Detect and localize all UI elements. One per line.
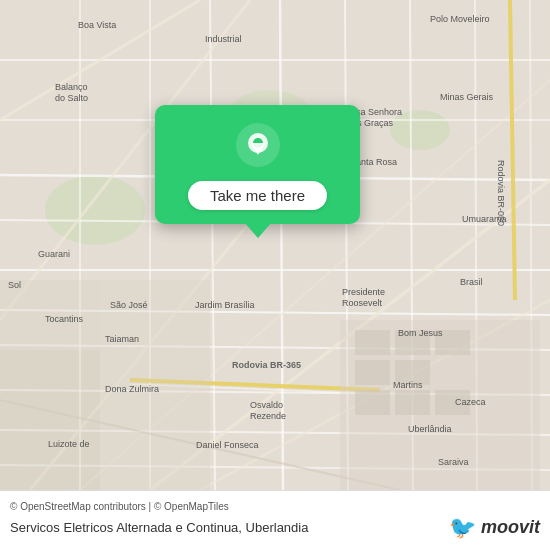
svg-text:Daniel Fonseca: Daniel Fonseca — [196, 440, 259, 450]
svg-text:Taiaman: Taiaman — [105, 334, 139, 344]
svg-text:Umuarama: Umuarama — [462, 214, 507, 224]
popup-card: Take me there — [155, 105, 360, 224]
svg-rect-42 — [0, 280, 100, 490]
svg-text:Uberlândia: Uberlândia — [408, 424, 452, 434]
svg-text:Industrial: Industrial — [205, 34, 242, 44]
svg-text:São José: São José — [110, 300, 148, 310]
svg-text:Rezende: Rezende — [250, 411, 286, 421]
svg-rect-34 — [355, 330, 390, 355]
svg-text:Jardim Brasília: Jardim Brasília — [195, 300, 255, 310]
map-svg: Boa Vista Industrial Polo Moveleiro Bala… — [0, 0, 550, 490]
svg-text:do Salto: do Salto — [55, 93, 88, 103]
svg-text:Rodovia BR-365: Rodovia BR-365 — [232, 360, 301, 370]
svg-text:Balanço: Balanço — [55, 82, 88, 92]
svg-text:Dona Zulmira: Dona Zulmira — [105, 384, 159, 394]
moovit-brand-text: moovit — [481, 517, 540, 538]
moovit-logo: 🐦 moovit — [449, 515, 540, 541]
svg-rect-36 — [355, 360, 390, 385]
svg-text:Roosevelt: Roosevelt — [342, 298, 383, 308]
moovit-bird-icon: 🐦 — [449, 515, 476, 541]
svg-text:Saraiva: Saraiva — [438, 457, 469, 467]
svg-text:Bom Jesus: Bom Jesus — [398, 328, 443, 338]
svg-text:Polo Moveleiro: Polo Moveleiro — [430, 14, 490, 24]
svg-point-1 — [45, 175, 145, 245]
place-name: Servicos Eletricos Alternada e Continua,… — [10, 520, 308, 535]
map-container: Boa Vista Industrial Polo Moveleiro Bala… — [0, 0, 550, 490]
svg-text:Sol: Sol — [8, 280, 21, 290]
svg-text:Cazeca: Cazeca — [455, 397, 486, 407]
location-pin-icon — [236, 123, 280, 167]
svg-rect-40 — [395, 390, 430, 415]
svg-text:Luizote de: Luizote de — [48, 439, 90, 449]
svg-text:Martins: Martins — [393, 380, 423, 390]
svg-text:Boa Vista: Boa Vista — [78, 20, 116, 30]
svg-text:Presidente: Presidente — [342, 287, 385, 297]
svg-text:Brasil: Brasil — [460, 277, 483, 287]
svg-text:Guarani: Guarani — [38, 249, 70, 259]
svg-rect-39 — [355, 390, 390, 415]
take-me-there-button[interactable]: Take me there — [188, 181, 327, 210]
map-attribution: © OpenStreetMap contributors | © OpenMap… — [10, 501, 540, 512]
svg-text:Minas Gerais: Minas Gerais — [440, 92, 494, 102]
bottom-content: Servicos Eletricos Alternada e Continua,… — [10, 515, 540, 541]
svg-text:Tocantins: Tocantins — [45, 314, 84, 324]
bottom-bar: © OpenStreetMap contributors | © OpenMap… — [0, 490, 550, 550]
svg-text:Osvaldo: Osvaldo — [250, 400, 283, 410]
